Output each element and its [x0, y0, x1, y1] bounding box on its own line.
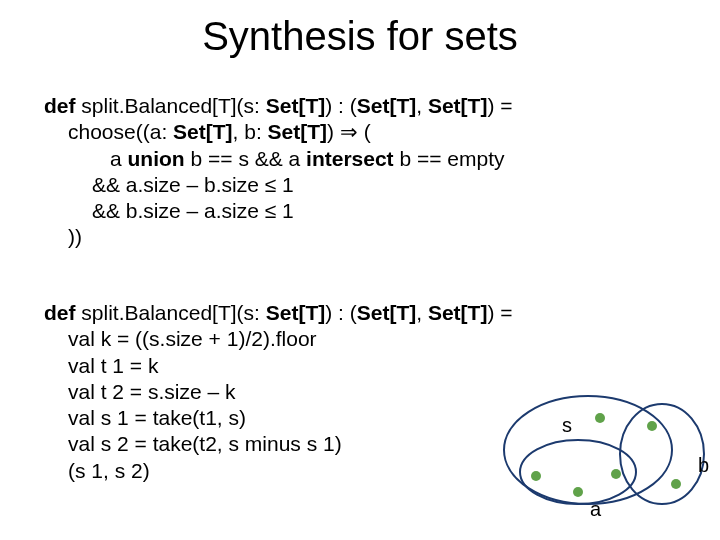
dot: [671, 479, 681, 489]
dot: [595, 413, 605, 423]
spec-block: def split.Balanced[T](s: Set[T]) : (Set[…: [44, 93, 513, 251]
label-s: s: [562, 414, 572, 437]
spec-signature: def split.Balanced[T](s: Set[T]) : (Set[…: [44, 93, 513, 119]
impl-line-3: val t 1 = k: [44, 353, 513, 379]
impl-line-6: val s 2 = take(t2, s minus s 1): [44, 431, 513, 457]
impl-block: def split.Balanced[T](s: Set[T]) : (Set[…: [44, 300, 513, 484]
spec-line-2: choose((a: Set[T], b: Set[T]) ⇒ (: [44, 119, 513, 145]
dot: [531, 471, 541, 481]
slide-title: Synthesis for sets: [0, 14, 720, 59]
ellipse-s: [504, 396, 672, 504]
spec-line-6: )): [44, 224, 513, 250]
kw-def-2: def: [44, 301, 76, 324]
impl-line-7: (s 1, s 2): [44, 458, 513, 484]
spec-line-3: a union b == s && a intersect b == empty: [44, 146, 513, 172]
ellipse-b: [620, 404, 704, 504]
label-a: a: [590, 498, 601, 521]
diagram-svg: [494, 380, 710, 530]
impl-line-5: val s 1 = take(t1, s): [44, 405, 513, 431]
dot: [647, 421, 657, 431]
dot: [573, 487, 583, 497]
set-diagram: s a b: [494, 380, 710, 530]
spec-line-4: && a.size – b.size ≤ 1: [44, 172, 513, 198]
impl-line-4: val t 2 = s.size – k: [44, 379, 513, 405]
dot: [611, 469, 621, 479]
impl-line-2: val k = ((s.size + 1)/2).floor: [44, 326, 513, 352]
spec-line-5: && b.size – a.size ≤ 1: [44, 198, 513, 224]
impl-signature: def split.Balanced[T](s: Set[T]) : (Set[…: [44, 300, 513, 326]
label-b: b: [698, 454, 709, 477]
kw-def: def: [44, 94, 76, 117]
slide: Synthesis for sets def split.Balanced[T]…: [0, 0, 720, 540]
